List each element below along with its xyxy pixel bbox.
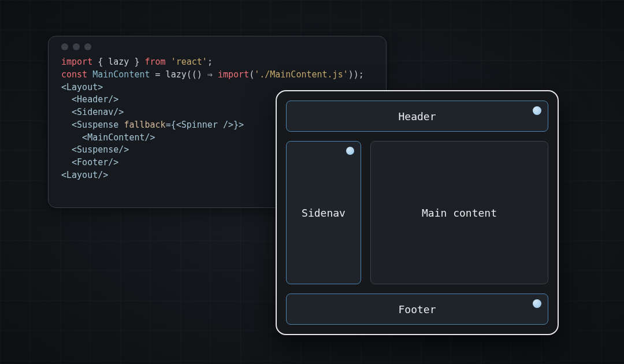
layout-main-label: Main content bbox=[422, 207, 497, 219]
traffic-light-dot bbox=[73, 43, 80, 50]
code-line-1: import { lazy } from 'react'; bbox=[61, 56, 373, 69]
traffic-light-dot bbox=[61, 43, 68, 50]
traffic-light-dot bbox=[84, 43, 91, 50]
layout-main-content-panel: Main content bbox=[370, 141, 548, 284]
status-dot-icon bbox=[533, 106, 541, 115]
code-line-2: const MainContent = lazy(() ⇒ import('./… bbox=[61, 69, 373, 81]
status-dot-icon bbox=[346, 147, 354, 155]
layout-footer-panel: Footer bbox=[286, 294, 548, 325]
layout-sidenav-label: Sidenav bbox=[302, 207, 346, 219]
layout-sidenav-panel: Sidenav bbox=[286, 141, 361, 284]
layout-preview-window: Header Sidenav Main content Footer bbox=[276, 90, 559, 335]
status-dot-icon bbox=[533, 299, 541, 308]
layout-footer-label: Footer bbox=[398, 303, 436, 315]
window-traffic-lights bbox=[61, 43, 373, 50]
layout-middle-row: Sidenav Main content bbox=[286, 141, 548, 284]
layout-header-label: Header bbox=[398, 110, 436, 122]
layout-header-panel: Header bbox=[286, 101, 548, 132]
